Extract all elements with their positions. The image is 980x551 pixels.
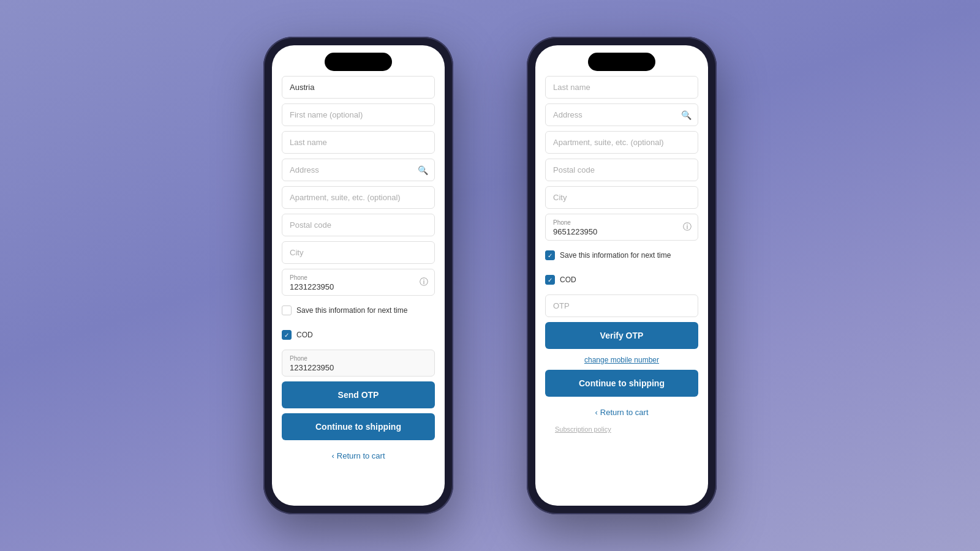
dynamic-island-2: [588, 53, 655, 71]
address-field-2[interactable]: Address 🔍: [545, 103, 698, 126]
chevron-left-icon-2: ‹: [595, 408, 597, 417]
phone-help-icon-2: ⓘ: [683, 222, 692, 233]
continue-shipping-button-2[interactable]: Continue to shipping: [545, 370, 698, 397]
phone-1: Austria First name (optional) Last name …: [263, 37, 453, 514]
phone-2: Last name Address 🔍 Apartment, suite, et…: [527, 37, 717, 514]
cod-checkbox[interactable]: [282, 330, 292, 340]
send-otp-button[interactable]: Send OTP: [282, 381, 435, 408]
last-name-field[interactable]: Last name: [282, 131, 435, 154]
cod-checkbox-2[interactable]: [545, 275, 555, 285]
postal-field-2[interactable]: Postal code: [545, 159, 698, 181]
address-field[interactable]: Address 🔍: [282, 159, 435, 181]
phone-field[interactable]: Phone 1231223950 ⓘ: [282, 269, 435, 296]
apartment-field[interactable]: Apartment, suite, etc. (optional): [282, 186, 435, 209]
phone-help-icon: ⓘ: [420, 277, 428, 288]
verify-otp-button[interactable]: Verify OTP: [545, 322, 698, 349]
save-info-row-2[interactable]: Save this information for next time: [545, 246, 698, 265]
save-info-row[interactable]: Save this information for next time: [282, 301, 435, 320]
apartment-field-2[interactable]: Apartment, suite, etc. (optional): [545, 131, 698, 154]
country-label: Austria: [282, 76, 435, 99]
subscription-policy-link[interactable]: Subscription policy: [545, 423, 698, 435]
cod-row[interactable]: COD: [282, 325, 435, 345]
first-name-field[interactable]: First name (optional): [282, 103, 435, 126]
save-info-checkbox[interactable]: [282, 305, 292, 315]
return-cart-link-2[interactable]: ‹ Return to cart: [545, 402, 698, 423]
city-field-2[interactable]: City: [545, 186, 698, 209]
phone-field-2[interactable]: Phone 9651223950 ⓘ: [545, 214, 698, 241]
city-field[interactable]: City: [282, 241, 435, 264]
postal-code-field[interactable]: Postal code: [282, 214, 435, 236]
address-search-icon: 🔍: [418, 165, 428, 175]
last-name-field-2[interactable]: Last name: [545, 76, 698, 99]
otp-field[interactable]: OTP: [545, 294, 698, 317]
change-mobile-link[interactable]: change mobile number: [578, 350, 665, 370]
dynamic-island-1: [325, 53, 392, 71]
chevron-left-icon-1: ‹: [331, 451, 334, 460]
return-cart-link-1[interactable]: ‹ Return to cart: [282, 445, 435, 467]
continue-shipping-button-1[interactable]: Continue to shipping: [282, 413, 435, 440]
cod-phone-field[interactable]: Phone 1231223950: [282, 350, 435, 377]
address-search-icon-2: 🔍: [681, 110, 692, 120]
cod-row-2[interactable]: COD: [545, 270, 698, 290]
save-info-checkbox-2[interactable]: [545, 250, 555, 260]
